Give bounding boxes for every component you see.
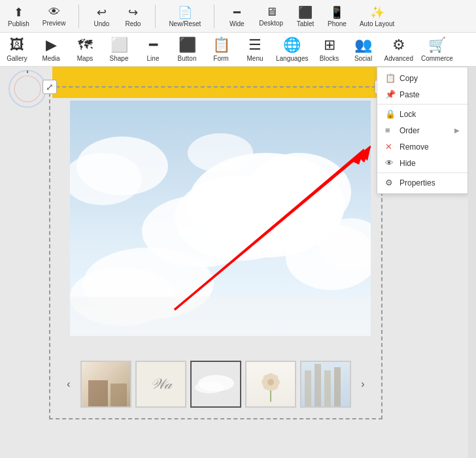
publish-button[interactable]: ⬆ Publish bbox=[5, 4, 32, 29]
widget-menu-button[interactable]: ☰ Menu bbox=[238, 34, 272, 65]
auto-layout-button[interactable]: ✨ Auto Layout bbox=[357, 4, 397, 29]
thumbnail-2[interactable]: 𝒲𝒶 bbox=[135, 361, 186, 408]
right-scrollbar[interactable] bbox=[468, 67, 476, 458]
new-reset-icon: 📄 bbox=[178, 5, 192, 20]
widget-line-button[interactable]: ━ Line bbox=[136, 34, 170, 65]
hide-icon: 👁 bbox=[385, 158, 396, 168]
desktop-button[interactable]: 🖥 Desktop bbox=[256, 4, 286, 28]
widget-form-button[interactable]: 📋 Form bbox=[204, 34, 238, 65]
paste-icon: 📌 bbox=[385, 90, 396, 99]
social-icon: 👥 bbox=[354, 37, 372, 54]
wide-button[interactable]: ━ Wide bbox=[225, 4, 248, 29]
widget-shape-button[interactable]: ⬜ Shape bbox=[102, 34, 136, 65]
svg-point-26 bbox=[267, 379, 274, 385]
context-menu-paste[interactable]: 📌 Paste bbox=[377, 86, 468, 103]
commerce-icon: 🛒 bbox=[428, 37, 446, 54]
context-menu-copy[interactable]: 📋 Copy bbox=[377, 70, 468, 86]
context-menu-lock[interactable]: 🔒 Lock bbox=[377, 106, 468, 122]
lock-icon: 🔒 bbox=[385, 109, 396, 119]
context-menu-remove[interactable]: ✕ Remove bbox=[377, 139, 468, 155]
widget-advanced-button[interactable]: ⚙ Advanced bbox=[381, 34, 417, 65]
widget-maps-button[interactable]: 🗺 Maps bbox=[68, 34, 102, 65]
widget-social-button[interactable]: 👥 Social bbox=[347, 34, 381, 65]
new-reset-button[interactable]: 📄 New/Reset bbox=[166, 4, 203, 29]
order-submenu-arrow: ▶ bbox=[454, 127, 460, 134]
wide-icon: ━ bbox=[233, 5, 241, 20]
widget-button-button[interactable]: ⬛ Button bbox=[170, 34, 204, 65]
widget-commerce-button[interactable]: 🛒 Commerce bbox=[417, 34, 457, 65]
redo-icon: ↪ bbox=[128, 5, 138, 20]
languages-icon: 🌐 bbox=[283, 37, 301, 54]
thumb-next-button[interactable]: › bbox=[358, 379, 368, 389]
canvas-area: ⤢ ✏ bbox=[0, 67, 468, 458]
line-icon: ━ bbox=[149, 37, 158, 54]
context-menu-hide[interactable]: 👁 Hide bbox=[377, 155, 468, 171]
svg-point-1 bbox=[14, 76, 41, 102]
publish-icon: ⬆ bbox=[14, 5, 24, 20]
desktop-icon: 🖥 bbox=[265, 5, 277, 19]
divider-1 bbox=[78, 5, 79, 28]
context-divider-1 bbox=[377, 104, 468, 105]
move-handle[interactable]: ⤢ bbox=[42, 80, 57, 94]
selection-box: ⤢ ✏ bbox=[49, 86, 382, 419]
blocks-icon: ⊞ bbox=[324, 37, 335, 54]
context-menu: 📋 Copy 📌 Paste 🔒 Lock ≡ Order ▶ ✕ Remove bbox=[377, 67, 468, 194]
preview-icon: 👁 bbox=[48, 5, 60, 19]
widget-gallery-button[interactable]: 🖼 Gallery bbox=[0, 34, 34, 65]
properties-icon: ⚙ bbox=[385, 178, 396, 188]
order-icon: ≡ bbox=[385, 125, 396, 135]
thumbnail-3-active[interactable] bbox=[190, 361, 241, 408]
widget-media-button[interactable]: ▶ Media bbox=[34, 34, 68, 65]
media-icon: ▶ bbox=[46, 37, 57, 54]
advanced-icon: ⚙ bbox=[392, 37, 405, 54]
preview-button[interactable]: 👁 Preview bbox=[40, 4, 69, 28]
phone-icon: 📱 bbox=[330, 5, 344, 20]
thumbnail-4[interactable] bbox=[245, 361, 296, 408]
main-area: ⤢ ✏ bbox=[0, 67, 476, 458]
form-icon: 📋 bbox=[212, 37, 230, 54]
auto-layout-icon: ✨ bbox=[370, 5, 384, 20]
svg-rect-16 bbox=[70, 297, 371, 336]
context-menu-order[interactable]: ≡ Order ▶ bbox=[377, 122, 468, 139]
undo-button[interactable]: ↩ Undo bbox=[90, 4, 113, 29]
tablet-icon: ⬛ bbox=[298, 5, 313, 20]
thumbnail-strip: ‹ 𝒲𝒶 bbox=[50, 356, 381, 412]
shape-icon: ⬜ bbox=[110, 37, 128, 54]
thumb-prev-button[interactable]: ‹ bbox=[63, 379, 74, 389]
tablet-button[interactable]: ⬛ Tablet bbox=[294, 4, 317, 29]
context-menu-properties[interactable]: ⚙ Properties bbox=[377, 174, 468, 191]
thumbnail-1[interactable] bbox=[80, 361, 131, 408]
thumbnails-container: 𝒲𝒶 bbox=[74, 361, 358, 408]
main-gallery-image bbox=[70, 101, 371, 336]
redo-button[interactable]: ↪ Redo bbox=[121, 4, 144, 29]
copy-icon: 📋 bbox=[385, 73, 396, 83]
undo-icon: ↩ bbox=[97, 5, 107, 20]
maps-icon: 🗺 bbox=[78, 37, 92, 54]
toolbar-widgets: 🖼 Gallery ▶ Media 🗺 Maps ⬜ Shape ━ Line … bbox=[0, 33, 476, 67]
button-icon: ⬛ bbox=[178, 37, 196, 54]
menu-icon: ☰ bbox=[248, 37, 262, 54]
divider-3 bbox=[214, 5, 214, 28]
thumbnail-5[interactable] bbox=[300, 361, 351, 408]
phone-button[interactable]: 📱 Phone bbox=[325, 4, 349, 29]
widget-languages-button[interactable]: 🌐 Languages bbox=[272, 34, 313, 65]
remove-icon: ✕ bbox=[385, 142, 396, 152]
context-divider-2 bbox=[377, 172, 468, 173]
svg-point-15 bbox=[188, 133, 253, 172]
divider-2 bbox=[155, 5, 156, 28]
gallery-icon: 🖼 bbox=[10, 37, 24, 54]
toolbar-top: ⬆ Publish 👁 Preview ↩ Undo ↪ Redo 📄 New/… bbox=[0, 0, 476, 33]
widget-blocks-button[interactable]: ⊞ Blocks bbox=[313, 34, 347, 65]
